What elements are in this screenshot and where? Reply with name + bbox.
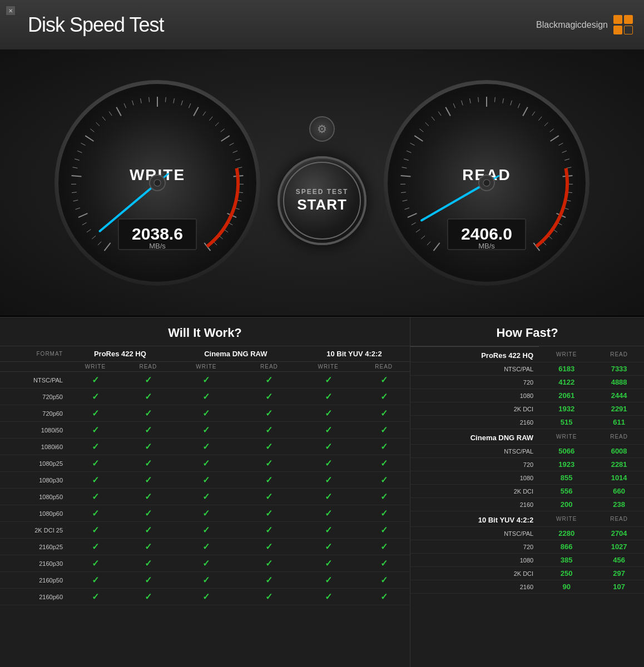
read-value: 2704: [594, 527, 644, 540]
check-cell: ✓: [173, 389, 240, 405]
table-row: 2160p30✓✓✓✓✓✓: [0, 555, 410, 572]
brand-square-2: [624, 15, 633, 24]
format-cell: 1080p25: [0, 455, 67, 472]
check-cell: ✓: [67, 439, 123, 455]
check-cell: ✓: [67, 589, 123, 605]
brand-square-1: [613, 15, 622, 24]
table-row: 1080i50✓✓✓✓✓✓: [0, 422, 410, 439]
table-row: 7208661027: [410, 540, 644, 554]
read-value: 2291: [594, 402, 644, 416]
check-cell: ✓: [67, 555, 123, 572]
check-cell: ✓: [240, 539, 299, 555]
format-label: 2160: [410, 580, 539, 594]
how-fast-panel: How Fast? ProRes 422 HQWRITEREADNTSC/PAL…: [410, 317, 644, 667]
read-value: 660: [594, 485, 644, 498]
read-value: 4888: [594, 376, 644, 389]
table-row: 2160p25✓✓✓✓✓✓: [0, 539, 410, 555]
check-cell: ✓: [299, 489, 358, 505]
check-cell: ✓: [67, 522, 123, 539]
table-row: NTSC/PAL61837333: [410, 362, 644, 376]
table-row: NTSC/PAL✓✓✓✓✓✓: [0, 372, 410, 389]
prores-write-header: WRITE: [67, 362, 123, 372]
table-row: 1080385456: [410, 554, 644, 567]
check-cell: ✓: [358, 422, 410, 439]
table-row: 10808551014: [410, 471, 644, 485]
format-label: 720: [410, 376, 539, 389]
format-label: NTSC/PAL: [410, 527, 539, 540]
check-cell: ✓: [240, 589, 299, 605]
yuv-write-header: WRITE: [299, 362, 358, 372]
check-cell: ✓: [123, 589, 173, 605]
format-cell: 1080p30: [0, 472, 67, 489]
format-label: 720: [410, 458, 539, 471]
yuv-read-header: READ: [358, 362, 410, 372]
write-gauge: WRITE 2038.6 MB/s: [52, 77, 263, 288]
format-cell: 2K DCI 25: [0, 522, 67, 539]
will-it-work-table: FORMAT ProRes 422 HQ Cinema DNG RAW 10 B…: [0, 346, 410, 605]
write-value: 5066: [539, 445, 594, 458]
write-value: 556: [539, 485, 594, 498]
table-row: 2160p50✓✓✓✓✓✓: [0, 572, 410, 589]
check-cell: ✓: [67, 405, 123, 422]
check-cell: ✓: [123, 472, 173, 489]
data-section: Will It Work? FORMAT ProRes 422 HQ Cinem…: [0, 317, 644, 667]
format-cell: 1080i60: [0, 439, 67, 455]
table-row: 216090107: [410, 580, 644, 594]
format-label: 1080: [410, 554, 539, 567]
table-row: NTSC/PAL50666008: [410, 445, 644, 458]
group-title-row: Cinema DNG RAWWRITEREAD: [410, 429, 644, 445]
table-row: 1080p60✓✓✓✓✓✓: [0, 505, 410, 522]
read-value: 611: [594, 416, 644, 429]
check-cell: ✓: [123, 372, 173, 389]
how-fast-title: How Fast?: [410, 317, 644, 346]
check-cell: ✓: [299, 589, 358, 605]
settings-button[interactable]: ⚙: [309, 116, 335, 142]
format-label: 1080: [410, 389, 539, 402]
check-cell: ✓: [299, 439, 358, 455]
check-cell: ✓: [67, 539, 123, 555]
cdng-read-header: READ: [240, 362, 299, 372]
check-cell: ✓: [123, 489, 173, 505]
check-cell: ✓: [67, 472, 123, 489]
read-value: 1027: [594, 540, 644, 554]
brand-icon: [613, 15, 633, 34]
write-value: 250: [539, 567, 594, 580]
app-title: Disk Speed Test: [11, 13, 164, 37]
format-label: NTSC/PAL: [410, 445, 539, 458]
table-row: 1080p25✓✓✓✓✓✓: [0, 455, 410, 472]
check-cell: ✓: [240, 522, 299, 539]
table-row: 2160515611: [410, 416, 644, 429]
check-cell: ✓: [299, 405, 358, 422]
close-button[interactable]: ✕: [6, 6, 16, 16]
yuv-header: 10 Bit YUV 4:2:2: [299, 346, 410, 362]
write-value: 1932: [539, 402, 594, 416]
start-button[interactable]: SPEED TEST START: [278, 156, 366, 245]
table-row: 2K DCI19322291: [410, 402, 644, 416]
read-value: 297: [594, 567, 644, 580]
check-cell: ✓: [173, 405, 240, 422]
prores-read-header: READ: [123, 362, 173, 372]
format-subheader: [0, 362, 67, 372]
check-cell: ✓: [173, 489, 240, 505]
check-cell: ✓: [240, 555, 299, 572]
read-value: 6008: [594, 445, 644, 458]
format-cell: 2160p60: [0, 589, 67, 605]
write-value: 2280: [539, 527, 594, 540]
check-cell: ✓: [240, 405, 299, 422]
read-gauge: READ 2406.0 MB/s: [381, 77, 592, 288]
format-label: 2K DCI: [410, 402, 539, 416]
format-cell: 2160p25: [0, 539, 67, 555]
check-cell: ✓: [358, 389, 410, 405]
svg-text:MB/s: MB/s: [149, 242, 166, 250]
check-cell: ✓: [123, 572, 173, 589]
table-row: 108020612444: [410, 389, 644, 402]
read-value: 456: [594, 554, 644, 567]
gauges-section: WRITE 2038.6 MB/s ⚙ SPEED TEST START: [0, 50, 644, 317]
check-cell: ✓: [299, 555, 358, 572]
prores-header: ProRes 422 HQ: [67, 346, 173, 362]
write-value: 6183: [539, 362, 594, 376]
check-cell: ✓: [67, 372, 123, 389]
check-cell: ✓: [173, 572, 240, 589]
table-row: 1080i60✓✓✓✓✓✓: [0, 439, 410, 455]
write-value: 515: [539, 416, 594, 429]
